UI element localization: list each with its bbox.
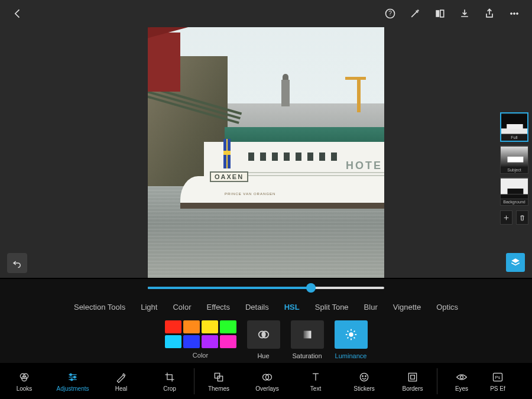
swatch-label: Color bbox=[193, 352, 208, 359]
mask-delete-button[interactable] bbox=[516, 210, 528, 225]
category-hsl[interactable]: HSL bbox=[284, 303, 300, 312]
tool-adjustments[interactable]: Adjustments bbox=[48, 364, 97, 399]
adjustment-categories: Selection ToolsLightColorEffectsDetailsH… bbox=[0, 297, 532, 317]
mask-label: Background bbox=[501, 199, 528, 204]
share-icon[interactable] bbox=[478, 2, 501, 25]
mask-add-button[interactable] bbox=[500, 210, 512, 225]
tool-label: Crop bbox=[163, 385, 176, 392]
category-light[interactable]: Light bbox=[141, 303, 157, 312]
svg-rect-38 bbox=[215, 373, 219, 378]
tool-label: Eyes bbox=[455, 385, 468, 392]
mask-full[interactable]: Full bbox=[500, 112, 528, 142]
svg-point-42 bbox=[360, 373, 368, 381]
photo-preview[interactable]: HOTE OAXEN PRINCE VAN ORANGEN bbox=[148, 0, 384, 278]
category-selection-tools[interactable]: Selection Tools bbox=[74, 303, 125, 312]
svg-rect-19 bbox=[303, 331, 311, 339]
svg-text:Ps: Ps bbox=[495, 375, 501, 380]
tool-overlays[interactable]: Overlays bbox=[243, 364, 291, 399]
hue-tile[interactable] bbox=[247, 320, 280, 349]
tool-label: PS Ef bbox=[490, 385, 505, 392]
swatch-4[interactable] bbox=[165, 335, 181, 348]
tool-label: Borders bbox=[402, 385, 423, 392]
swatch-5[interactable] bbox=[183, 335, 200, 348]
svg-rect-2 bbox=[436, 10, 439, 17]
undo-button[interactable] bbox=[7, 253, 27, 273]
svg-line-25 bbox=[347, 331, 348, 332]
swatch-3[interactable] bbox=[220, 320, 236, 333]
tool-text[interactable]: Text bbox=[291, 364, 340, 399]
svg-rect-39 bbox=[218, 376, 222, 381]
svg-point-47 bbox=[460, 375, 463, 378]
tool-psef[interactable]: PsPS Ef bbox=[486, 364, 510, 399]
saturation-tile-block: Saturation bbox=[291, 320, 324, 359]
download-icon[interactable] bbox=[453, 2, 476, 25]
tool-crop[interactable]: Crop bbox=[145, 364, 194, 399]
color-swatch-block: Color bbox=[165, 320, 236, 359]
category-blur[interactable]: Blur bbox=[364, 303, 378, 312]
top-bar: ? bbox=[0, 0, 532, 27]
tool-eyes[interactable]: Eyes bbox=[437, 364, 486, 399]
category-split-tone[interactable]: Split Tone bbox=[315, 303, 349, 312]
tool-label: Themes bbox=[208, 385, 229, 392]
svg-point-43 bbox=[362, 375, 364, 377]
svg-point-20 bbox=[349, 332, 353, 336]
tool-borders[interactable]: Borders bbox=[388, 364, 437, 399]
svg-rect-12 bbox=[508, 157, 524, 163]
hsl-panel: Color Hue Saturation Luminance bbox=[0, 317, 532, 363]
category-details[interactable]: Details bbox=[245, 303, 269, 312]
svg-point-5 bbox=[514, 13, 515, 15]
compare-icon[interactable] bbox=[428, 2, 452, 25]
swatch-2[interactable] bbox=[202, 320, 218, 333]
svg-rect-3 bbox=[440, 10, 444, 17]
svg-rect-46 bbox=[411, 375, 415, 379]
svg-point-6 bbox=[517, 13, 518, 15]
tool-label: Heal bbox=[115, 385, 128, 392]
tile-label: Hue bbox=[257, 352, 269, 359]
tool-label: Stickers bbox=[353, 385, 375, 392]
tool-stickers[interactable]: Stickers bbox=[340, 364, 388, 399]
category-vignette[interactable]: Vignette bbox=[393, 303, 421, 312]
mask-label: Subject bbox=[501, 167, 528, 172]
luminance-tile[interactable] bbox=[335, 320, 368, 349]
category-color[interactable]: Color bbox=[173, 303, 191, 312]
category-optics[interactable]: Optics bbox=[436, 303, 458, 312]
category-effects[interactable]: Effects bbox=[206, 303, 230, 312]
swatch-6[interactable] bbox=[202, 335, 218, 348]
photo-text-hull: PRINCE VAN ORANGEN bbox=[225, 192, 275, 196]
svg-rect-45 bbox=[408, 373, 416, 381]
svg-rect-8 bbox=[501, 128, 527, 134]
tool-themes[interactable]: Themes bbox=[194, 364, 243, 399]
swatch-0[interactable] bbox=[165, 320, 181, 333]
svg-point-36 bbox=[74, 376, 76, 378]
adjustment-slider[interactable] bbox=[148, 287, 384, 289]
svg-line-26 bbox=[353, 338, 355, 339]
mask-panel: Full Subject Background bbox=[500, 112, 528, 225]
svg-rect-15 bbox=[501, 194, 528, 199]
luminance-tile-block: Luminance bbox=[335, 320, 368, 359]
more-icon[interactable] bbox=[502, 2, 526, 25]
swatch-1[interactable] bbox=[183, 320, 200, 333]
tool-heal[interactable]: Heal bbox=[97, 364, 145, 399]
mask-label: Full bbox=[501, 135, 527, 140]
svg-point-4 bbox=[511, 13, 512, 15]
svg-text:?: ? bbox=[388, 10, 392, 17]
tile-label: Saturation bbox=[292, 352, 322, 359]
photo-text-hotel: HOTE bbox=[346, 160, 382, 172]
svg-rect-9 bbox=[507, 124, 523, 129]
svg-point-37 bbox=[71, 378, 73, 380]
mask-subject[interactable]: Subject bbox=[500, 145, 528, 174]
slider-row bbox=[0, 279, 532, 297]
mask-background[interactable]: Background bbox=[500, 177, 528, 206]
saturation-tile[interactable] bbox=[291, 320, 324, 349]
photo-text-boat-sign: OAXEN bbox=[210, 171, 248, 182]
tool-label: Text bbox=[310, 385, 321, 392]
svg-rect-14 bbox=[508, 189, 524, 194]
swatch-7[interactable] bbox=[220, 335, 236, 348]
layers-button[interactable] bbox=[506, 253, 525, 272]
help-icon[interactable]: ? bbox=[378, 2, 402, 25]
back-button[interactable] bbox=[6, 2, 30, 25]
svg-line-28 bbox=[347, 338, 348, 339]
tool-label: Overlays bbox=[255, 385, 278, 392]
auto-enhance-icon[interactable] bbox=[403, 2, 427, 25]
tool-looks[interactable]: Looks bbox=[0, 364, 48, 399]
